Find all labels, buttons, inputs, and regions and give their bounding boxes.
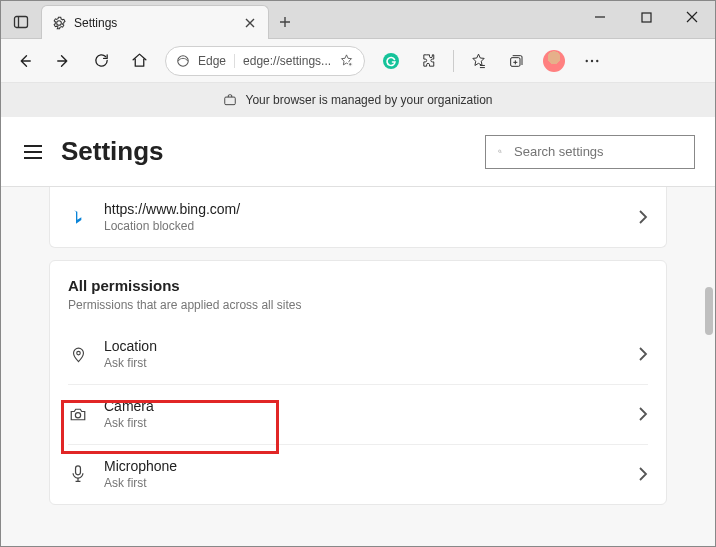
arrow-left-icon — [16, 52, 34, 70]
minimize-button[interactable] — [577, 1, 623, 33]
ellipsis-icon — [583, 52, 601, 70]
permission-sub: Ask first — [104, 416, 622, 430]
permission-sub: Ask first — [104, 476, 622, 490]
search-input[interactable] — [514, 144, 682, 159]
settings-content: https://www.bing.com/ Location blocked A… — [1, 187, 715, 546]
address-bar[interactable]: Edge edge://settings... — [165, 46, 365, 76]
window-close-button[interactable] — [669, 1, 715, 33]
edge-logo-icon — [176, 54, 190, 68]
svg-rect-0 — [15, 17, 28, 28]
favorites-button[interactable] — [460, 43, 496, 79]
page-title: Settings — [61, 136, 164, 167]
managed-infobar: Your browser is managed by your organiza… — [1, 83, 715, 117]
close-icon — [686, 11, 698, 23]
separator — [453, 50, 454, 72]
svg-point-8 — [586, 59, 588, 61]
svg-point-10 — [596, 59, 598, 61]
permission-label: Location — [104, 338, 622, 354]
svg-point-6 — [383, 53, 399, 69]
collections-button[interactable] — [498, 43, 534, 79]
managed-text: Your browser is managed by your organiza… — [245, 93, 492, 107]
avatar-icon — [543, 50, 565, 72]
svg-line-13 — [501, 152, 502, 153]
refresh-button[interactable] — [83, 43, 119, 79]
profile-button[interactable] — [536, 43, 572, 79]
permission-sub: Ask first — [104, 356, 622, 370]
star-lines-icon — [470, 52, 487, 69]
forward-button[interactable] — [45, 43, 81, 79]
svg-rect-3 — [642, 13, 651, 22]
chevron-right-icon — [638, 210, 648, 224]
browser-tab[interactable]: Settings — [41, 5, 269, 39]
chevron-right-icon — [638, 407, 648, 421]
svg-point-4 — [178, 55, 189, 66]
window-titlebar: Settings — [1, 1, 715, 39]
favorite-add-icon[interactable] — [339, 53, 354, 68]
collections-icon — [508, 53, 524, 69]
refresh-icon — [93, 52, 110, 69]
plus-icon — [279, 16, 291, 28]
all-permissions-card: All permissions Permissions that are app… — [49, 260, 667, 505]
home-button[interactable] — [121, 43, 157, 79]
chevron-right-icon — [638, 347, 648, 361]
section-title: All permissions — [68, 277, 648, 294]
search-icon — [498, 144, 502, 159]
svg-rect-11 — [225, 97, 236, 105]
svg-rect-16 — [76, 466, 81, 475]
permission-label: Camera — [104, 398, 622, 414]
tab-actions-icon — [13, 14, 29, 30]
svg-point-9 — [591, 59, 593, 61]
hamburger-icon — [24, 145, 42, 159]
more-button[interactable] — [574, 43, 610, 79]
svg-point-12 — [499, 150, 501, 152]
address-url: edge://settings... — [243, 54, 331, 68]
address-brand: Edge — [198, 54, 235, 68]
recent-site-status: Location blocked — [104, 219, 622, 233]
chevron-right-icon — [638, 467, 648, 481]
settings-header: Settings — [1, 117, 715, 187]
svg-point-15 — [75, 412, 80, 417]
section-header: All permissions Permissions that are app… — [50, 261, 666, 324]
svg-point-14 — [76, 351, 80, 355]
bing-icon — [68, 209, 88, 225]
tab-close-button[interactable] — [242, 15, 258, 31]
close-icon — [245, 18, 255, 28]
tab-title: Settings — [74, 16, 242, 30]
briefcase-icon — [223, 93, 237, 107]
permission-row-microphone[interactable]: Microphone Ask first — [50, 444, 666, 504]
section-subtitle: Permissions that are applied across all … — [68, 298, 648, 312]
maximize-button[interactable] — [623, 1, 669, 33]
new-tab-button[interactable] — [269, 5, 301, 39]
home-icon — [131, 52, 148, 69]
browser-toolbar: Edge edge://settings... — [1, 39, 715, 83]
puzzle-icon — [421, 52, 438, 69]
permission-row-location[interactable]: Location Ask first — [50, 324, 666, 384]
recent-activity-row[interactable]: https://www.bing.com/ Location blocked — [50, 187, 666, 247]
maximize-icon — [641, 12, 652, 23]
extension-grammarly[interactable] — [373, 43, 409, 79]
menu-button[interactable] — [21, 140, 45, 164]
minimize-icon — [594, 11, 606, 23]
camera-icon — [68, 407, 88, 422]
settings-search[interactable] — [485, 135, 695, 169]
recent-site-url: https://www.bing.com/ — [104, 201, 622, 217]
tab-actions-button[interactable] — [1, 5, 41, 39]
scrollbar-thumb[interactable] — [705, 287, 713, 335]
permission-row-camera[interactable]: Camera Ask first — [50, 384, 666, 444]
arrow-right-icon — [54, 52, 72, 70]
grammarly-icon — [382, 52, 400, 70]
location-icon — [68, 346, 88, 363]
gear-icon — [52, 16, 66, 30]
back-button[interactable] — [7, 43, 43, 79]
microphone-icon — [68, 465, 88, 483]
extensions-button[interactable] — [411, 43, 447, 79]
permission-label: Microphone — [104, 458, 622, 474]
window-controls — [577, 1, 715, 33]
recent-activity-card: https://www.bing.com/ Location blocked — [49, 187, 667, 248]
